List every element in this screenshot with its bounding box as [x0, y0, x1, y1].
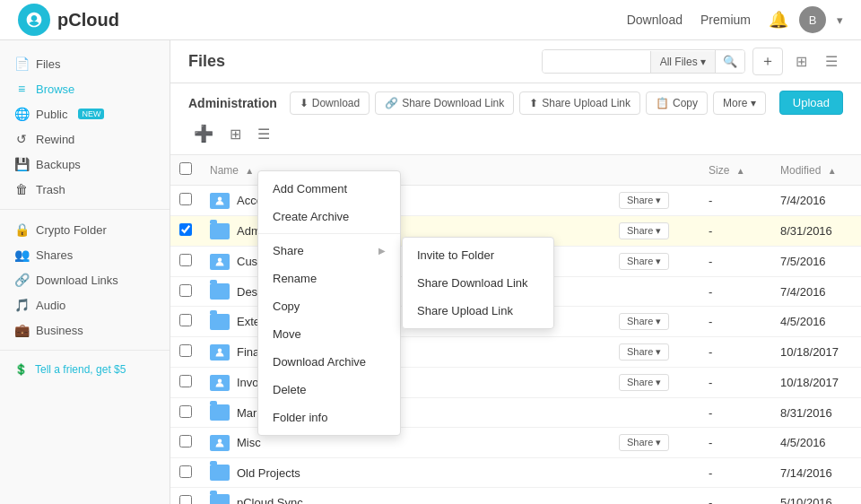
ctx-rename[interactable]: Rename — [258, 265, 400, 292]
sidebar-divider-1 — [0, 209, 170, 210]
sidebar-item-audio[interactable]: 🎵 Audio — [0, 292, 170, 317]
sidebar-item-shares[interactable]: 👥 Shares — [0, 242, 170, 267]
svg-point-4 — [218, 439, 222, 443]
user-chevron-icon[interactable]: ▾ — [837, 13, 843, 27]
logo: pCloud — [18, 4, 119, 36]
sidebar-item-backups[interactable]: 💾 Backups — [0, 152, 170, 177]
file-size: - — [700, 368, 771, 398]
trash-icon: 🗑 — [14, 182, 29, 196]
copy-btn[interactable]: 📋 Copy — [646, 91, 708, 115]
search-dropdown[interactable]: All Files ▾ — [650, 51, 715, 73]
sidebar-item-files[interactable]: 📄 Files — [0, 51, 170, 76]
share-submenu-arrow: ▶ — [378, 246, 386, 256]
share-upload-link-btn[interactable]: ⬆ Share Upload Link — [519, 91, 640, 115]
share-dl-icon: 🔗 — [385, 97, 398, 109]
sidebar-item-download-links[interactable]: 🔗 Download Links — [0, 267, 170, 292]
ctx-move[interactable]: Move — [258, 320, 400, 348]
download-btn[interactable]: ⬇ Download — [290, 91, 370, 115]
col-modified-header[interactable]: Modified ▲ — [771, 155, 861, 186]
ctx-add-comment[interactable]: Add Comment — [258, 175, 400, 203]
svg-point-1 — [218, 257, 222, 262]
ctx-download-archive[interactable]: Download Archive — [258, 348, 400, 376]
bell-icon[interactable]: 🔔 — [769, 10, 788, 30]
page-title: Files — [188, 52, 225, 71]
search-input[interactable] — [543, 50, 650, 73]
folder-name: Old Projects — [237, 466, 300, 480]
col-share-header — [610, 155, 700, 186]
row-checkbox[interactable] — [179, 254, 192, 266]
row-checkbox[interactable] — [179, 284, 192, 297]
header-nav: Download Premium 🔔 B ▾ — [627, 6, 843, 33]
folder-icon — [210, 223, 230, 239]
row-checkbox[interactable] — [179, 223, 192, 236]
ctx-share[interactable]: Share ▶ Invite to Folder Share Download … — [258, 237, 400, 265]
submenu-invite-folder[interactable]: Invite to Folder — [403, 241, 553, 269]
svg-point-2 — [218, 348, 222, 352]
public-icon: 🌐 — [14, 107, 29, 121]
upload-btn[interactable]: Upload — [779, 91, 843, 115]
row-checkbox[interactable] — [179, 495, 192, 505]
share-btn[interactable]: Share ▾ — [619, 192, 669, 209]
col-size-header[interactable]: Size ▲ — [700, 155, 771, 186]
sidebar-item-crypto[interactable]: 🔒 Crypto Folder — [0, 217, 170, 242]
row-checkbox[interactable] — [179, 435, 192, 448]
tell-friend[interactable]: 💲 Tell a friend, get $5 — [0, 358, 170, 381]
row-checkbox[interactable] — [179, 465, 192, 478]
logo-icon — [18, 4, 50, 36]
row-checkbox[interactable] — [179, 405, 192, 418]
ctx-folder-info[interactable]: Folder info — [258, 404, 400, 431]
row-checkbox[interactable] — [179, 193, 192, 205]
folder-name: Misc — [237, 436, 261, 449]
more-btn[interactable]: More ▾ — [713, 91, 766, 115]
select-all-checkbox[interactable] — [179, 162, 192, 175]
audio-icon: 🎵 — [14, 298, 29, 312]
grid-view-btn[interactable]: ⊞ — [790, 49, 813, 74]
add-folder-btn[interactable]: ＋ — [752, 48, 783, 75]
share-btn[interactable]: Share ▾ — [619, 374, 669, 391]
sidebar-item-rewind[interactable]: ↺ Rewind — [0, 126, 170, 152]
context-menu: Add Comment Create Archive Share ▶ Invit… — [257, 170, 401, 436]
file-size: - — [700, 428, 771, 458]
submenu-share-ul[interactable]: Share Upload Link — [403, 297, 553, 325]
svg-point-3 — [218, 378, 222, 383]
row-checkbox[interactable] — [179, 314, 192, 326]
file-size: - — [700, 216, 771, 247]
add-item-btn[interactable]: ➕ — [188, 120, 219, 147]
shared-indicator — [210, 344, 230, 361]
file-size: - — [700, 277, 771, 307]
ctx-delete[interactable]: Delete — [258, 376, 400, 404]
row-checkbox[interactable] — [179, 344, 192, 357]
file-name-cell[interactable]: Misc — [210, 435, 601, 451]
ctx-copy[interactable]: Copy — [258, 292, 400, 320]
grid-btn[interactable]: ⊞ — [224, 122, 247, 146]
file-name-cell[interactable]: pCloud Sync — [210, 494, 601, 504]
share-btn[interactable]: Share ▾ — [619, 343, 669, 361]
list-view-btn[interactable]: ☰ — [820, 49, 843, 74]
row-checkbox[interactable] — [179, 375, 192, 387]
user-avatar[interactable]: B — [799, 6, 826, 33]
share-btn[interactable]: Share ▾ — [619, 313, 669, 330]
share-btn[interactable]: Share ▾ — [619, 253, 669, 270]
nav-download[interactable]: Download — [627, 13, 683, 27]
ctx-create-archive[interactable]: Create Archive — [258, 203, 400, 230]
folder-icon — [210, 465, 230, 481]
sort-btn[interactable]: ☰ — [252, 122, 275, 146]
nav-premium[interactable]: Premium — [700, 13, 751, 27]
copy-icon: 📋 — [656, 97, 669, 109]
folder-icon — [210, 283, 230, 300]
file-size: - — [700, 458, 771, 488]
search-icon-btn[interactable]: 🔍 — [715, 50, 744, 73]
download-links-icon: 🔗 — [14, 273, 29, 287]
file-modified: 5/10/2016 — [771, 488, 861, 505]
sidebar-item-business[interactable]: 💼 Business — [0, 317, 170, 343]
sidebar-item-browse[interactable]: ≡ Browse — [0, 76, 170, 101]
share-btn[interactable]: Share ▾ — [619, 434, 669, 451]
breadcrumb: Administration — [188, 96, 277, 110]
folder-icon — [210, 494, 230, 504]
share-btn[interactable]: Share ▾ — [619, 222, 669, 239]
sidebar-item-public[interactable]: 🌐 Public NEW — [0, 101, 170, 126]
share-download-link-btn[interactable]: 🔗 Share Download Link — [375, 91, 514, 115]
file-name-cell[interactable]: Old Projects — [210, 465, 601, 481]
sidebar-item-trash[interactable]: 🗑 Trash — [0, 177, 170, 202]
submenu-share-dl[interactable]: Share Download Link — [403, 269, 553, 297]
